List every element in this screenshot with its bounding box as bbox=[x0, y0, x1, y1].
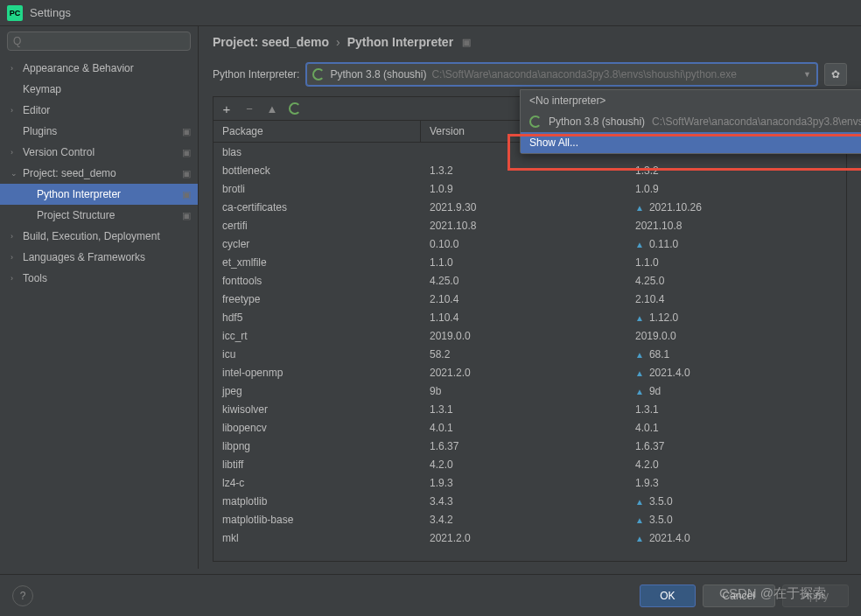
table-row[interactable]: cycler0.10.0▲0.11.0 bbox=[214, 234, 846, 253]
cell-package: libtiff bbox=[214, 457, 421, 472]
cell-package: intel-openmp bbox=[214, 365, 421, 381]
table-row[interactable]: brotli1.0.91.0.9 bbox=[214, 179, 846, 198]
chevron-right-icon: › bbox=[10, 148, 19, 157]
table-body[interactable]: blasbottleneck1.3.21.3.2brotli1.0.91.0.9… bbox=[214, 143, 846, 561]
sidebar-item[interactable]: ›Editor bbox=[0, 100, 198, 121]
cell-latest: 2019.0.0 bbox=[626, 328, 846, 344]
th-package[interactable]: Package bbox=[214, 121, 421, 142]
chevron-right-icon: › bbox=[10, 274, 19, 283]
refresh-icon bbox=[289, 102, 301, 115]
table-row[interactable]: ca-certificates2021.9.30▲2021.10.26 bbox=[214, 198, 846, 216]
table-row[interactable]: intel-openmp2021.2.0▲2021.4.0 bbox=[214, 363, 846, 382]
table-row[interactable]: kiwisolver1.3.11.3.1 bbox=[214, 400, 846, 418]
cell-latest: ▲2021.4.0 bbox=[626, 365, 846, 381]
refresh-button[interactable] bbox=[287, 101, 303, 116]
cell-latest: 1.3.1 bbox=[626, 402, 846, 417]
sidebar-item[interactable]: ›Build, Execution, Deployment bbox=[0, 226, 198, 247]
sidebar-item-label: Python Interpreter bbox=[37, 188, 121, 200]
help-button[interactable]: ? bbox=[12, 585, 33, 606]
table-row[interactable]: matplotlib-base3.4.2▲3.5.0 bbox=[214, 510, 846, 528]
cell-latest: ▲9d bbox=[626, 383, 846, 399]
add-package-button[interactable]: + bbox=[219, 101, 234, 116]
cancel-button[interactable]: Cancel bbox=[703, 584, 775, 607]
cell-package: ca-certificates bbox=[214, 200, 421, 215]
chevron-down-icon: ⌄ bbox=[10, 169, 19, 178]
sidebar-item[interactable]: ⌄Project: seed_demo▣ bbox=[0, 163, 198, 184]
cell-latest: ▲2021.10.26 bbox=[626, 200, 846, 215]
upgrade-arrow-icon: ▲ bbox=[635, 313, 644, 323]
dropdown-item-label: Python 3.8 (shoushi) bbox=[549, 116, 645, 128]
cell-version: 4.2.0 bbox=[421, 457, 626, 472]
sidebar-item[interactable]: Keymap bbox=[0, 79, 198, 100]
chevron-right-icon: › bbox=[10, 64, 19, 73]
main: ›Appearance & BehaviorKeymap›EditorPlugi… bbox=[0, 26, 861, 569]
table-row[interactable]: fonttools4.25.04.25.0 bbox=[214, 271, 846, 290]
table-row[interactable]: jpeg9b▲9d bbox=[214, 382, 846, 400]
cell-version: 0.10.0 bbox=[421, 236, 626, 252]
upgrade-arrow-icon: ▲ bbox=[635, 350, 644, 360]
sidebar-item[interactable]: Plugins▣ bbox=[0, 121, 198, 142]
search-input[interactable] bbox=[7, 32, 191, 51]
dropdown-show-all[interactable]: Show All... bbox=[521, 132, 861, 153]
remove-package-button[interactable]: − bbox=[242, 101, 257, 116]
table-row[interactable]: freetype2.10.42.10.4 bbox=[214, 290, 846, 308]
dropdown-no-interpreter[interactable]: <No interpreter> bbox=[521, 90, 861, 111]
sidebar-item[interactable]: ›Tools bbox=[0, 268, 198, 289]
cell-latest: 4.0.1 bbox=[626, 420, 846, 436]
sidebar-item[interactable]: ›Languages & Frameworks bbox=[0, 247, 198, 268]
cell-version: 58.2 bbox=[421, 346, 626, 362]
pycharm-icon: PC bbox=[7, 5, 23, 21]
chevron-right-icon: › bbox=[10, 232, 19, 241]
cell-package: matplotlib bbox=[214, 494, 421, 509]
cell-version: 1.0.9 bbox=[421, 181, 626, 197]
settings-tree: ›Appearance & BehaviorKeymap›EditorPlugi… bbox=[0, 56, 198, 569]
table-row[interactable]: lz4-c1.9.31.9.3 bbox=[214, 473, 846, 492]
table-row[interactable]: libtiff4.2.04.2.0 bbox=[214, 455, 846, 473]
project-scope-icon: ▣ bbox=[182, 126, 191, 137]
dropdown-item-label: Show All... bbox=[529, 136, 578, 149]
cell-package: brotli bbox=[214, 181, 421, 197]
interpreter-name: Python 3.8 (shoushi) bbox=[330, 68, 426, 80]
dropdown-item-label: <No interpreter> bbox=[529, 94, 606, 107]
package-table: Package Version Latest version blasbottl… bbox=[213, 120, 847, 562]
cell-version: 1.6.37 bbox=[421, 438, 626, 454]
breadcrumb: Project: seed_demo › Python Interpreter … bbox=[213, 35, 847, 49]
upgrade-arrow-icon: ▲ bbox=[635, 534, 644, 543]
cell-package: kiwisolver bbox=[214, 402, 421, 417]
cell-package: bottleneck bbox=[214, 163, 421, 178]
cell-version: 2021.9.30 bbox=[421, 200, 626, 215]
sidebar-item[interactable]: ›Version Control▣ bbox=[0, 142, 198, 163]
sidebar-item-label: Plugins bbox=[23, 125, 57, 137]
table-row[interactable]: certifi2021.10.82021.10.8 bbox=[214, 216, 846, 234]
table-row[interactable]: libopencv4.0.14.0.1 bbox=[214, 418, 846, 437]
sidebar-item[interactable]: Project Structure▣ bbox=[0, 205, 198, 226]
sidebar-item[interactable]: Python Interpreter▣ bbox=[0, 184, 198, 205]
titlebar: PC Settings bbox=[0, 0, 861, 26]
upgrade-arrow-icon: ▲ bbox=[635, 203, 644, 213]
table-row[interactable]: libpng1.6.371.6.37 bbox=[214, 437, 846, 455]
table-row[interactable]: matplotlib3.4.3▲3.5.0 bbox=[214, 492, 846, 510]
table-row[interactable]: et_xmlfile1.1.01.1.0 bbox=[214, 253, 846, 271]
dropdown-interpreter-item[interactable]: Python 3.8 (shoushi) C:\SoftWare\anacond… bbox=[521, 111, 861, 132]
upgrade-arrow-icon: ▲ bbox=[635, 515, 644, 525]
sidebar-item-label: Project Structure bbox=[37, 209, 115, 221]
interpreter-path: C:\SoftWare\anaconda\anaconda3py3.8\envs… bbox=[431, 68, 736, 80]
cell-latest: ▲2021.4.0 bbox=[626, 530, 846, 546]
cell-package: jpeg bbox=[214, 383, 421, 399]
table-row[interactable]: icu58.2▲68.1 bbox=[214, 345, 846, 363]
sidebar-item-label: Build, Execution, Deployment bbox=[23, 230, 160, 242]
ok-button[interactable]: OK bbox=[640, 584, 695, 607]
table-row[interactable]: hdf51.10.4▲1.12.0 bbox=[214, 308, 846, 326]
apply-button[interactable]: Apply bbox=[782, 584, 849, 607]
cell-version: 4.25.0 bbox=[421, 273, 626, 289]
table-row[interactable]: bottleneck1.3.21.3.2 bbox=[214, 161, 846, 179]
cell-package: fonttools bbox=[214, 273, 421, 289]
interpreter-gear-button[interactable]: ✿ bbox=[824, 63, 847, 86]
table-row[interactable]: mkl2021.2.0▲2021.4.0 bbox=[214, 528, 846, 547]
upgrade-arrow-icon: ▲ bbox=[635, 497, 644, 507]
sidebar-item[interactable]: ›Appearance & Behavior bbox=[0, 58, 198, 79]
table-row[interactable]: icc_rt2019.0.02019.0.0 bbox=[214, 326, 846, 345]
interpreter-select[interactable]: Python 3.8 (shoushi) C:\SoftWare\anacond… bbox=[306, 63, 817, 86]
upgrade-package-button[interactable]: ▲ bbox=[264, 101, 280, 116]
cell-latest: ▲3.5.0 bbox=[626, 494, 846, 509]
